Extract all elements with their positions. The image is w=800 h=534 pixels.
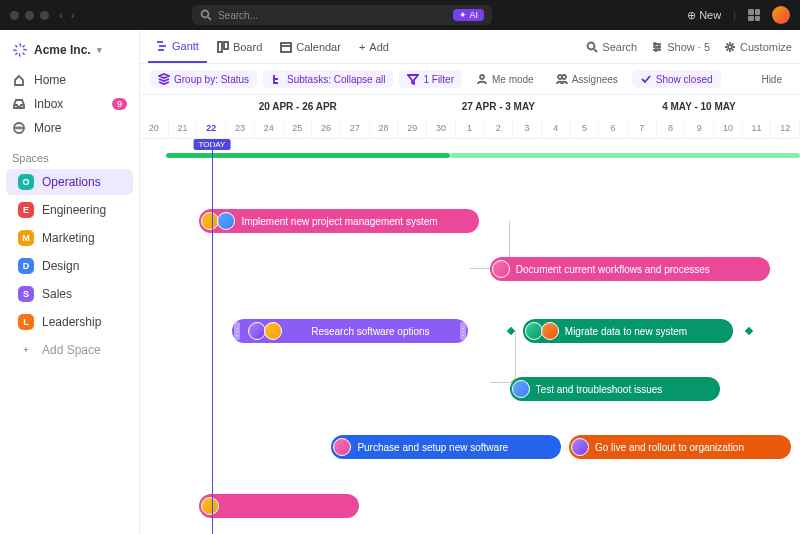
day-cell[interactable]: 12 <box>771 117 800 138</box>
history-nav[interactable]: ‹ › <box>59 9 74 21</box>
day-cell[interactable]: 7 <box>628 117 657 138</box>
space-engineering[interactable]: E Engineering <box>6 197 133 223</box>
tab-calendar[interactable]: Calendar <box>272 30 349 63</box>
window-controls[interactable] <box>10 11 49 20</box>
space-design[interactable]: D Design <box>6 253 133 279</box>
assignees-chip[interactable]: Assignees <box>548 70 626 88</box>
stack-icon <box>158 73 170 85</box>
home-icon <box>12 74 26 86</box>
main-content: Gantt Board Calendar + Add Search <box>140 30 800 534</box>
svg-point-13 <box>588 42 595 49</box>
gantt-body[interactable]: TODAY Implement new project management s… <box>140 139 800 534</box>
day-cell[interactable]: 4 <box>542 117 571 138</box>
resize-handle-left[interactable] <box>234 322 240 340</box>
dependency-connector <box>490 331 516 383</box>
show-closed-chip[interactable]: Show closed <box>632 70 721 88</box>
space-marketing[interactable]: M Marketing <box>6 225 133 251</box>
day-cell[interactable]: 26 <box>312 117 341 138</box>
calendar-icon <box>280 41 292 53</box>
day-cell[interactable]: 21 <box>169 117 198 138</box>
svg-point-5 <box>21 128 22 129</box>
day-cell[interactable]: 27 <box>341 117 370 138</box>
task-bar[interactable]: Purchase and setup new software <box>331 435 561 459</box>
search-view-button[interactable]: Search <box>586 41 637 53</box>
day-cell[interactable]: 3 <box>513 117 542 138</box>
day-cell[interactable]: 6 <box>599 117 628 138</box>
person-icon <box>476 73 488 85</box>
nav-home[interactable]: Home <box>0 68 139 92</box>
assignee-avatar <box>201 497 219 515</box>
me-mode-chip[interactable]: Me mode <box>468 70 542 88</box>
group-by-chip[interactable]: Group by: Status <box>150 70 257 88</box>
new-button[interactable]: ⊕ New <box>687 9 721 22</box>
space-operations[interactable]: O Operations <box>6 169 133 195</box>
tab-board[interactable]: Board <box>209 30 270 63</box>
spaces-heading: Spaces <box>0 140 139 168</box>
day-cell[interactable]: 9 <box>685 117 714 138</box>
svg-rect-10 <box>224 42 228 49</box>
customize-button[interactable]: Customize <box>724 41 792 53</box>
task-label: Document current workflows and processes <box>516 264 710 275</box>
forward-icon[interactable]: › <box>71 9 75 21</box>
space-leadership[interactable]: L Leadership <box>6 309 133 335</box>
day-cell[interactable]: 24 <box>255 117 284 138</box>
add-space-button[interactable]: + Add Space <box>6 337 133 363</box>
day-cell[interactable]: 20 <box>140 117 169 138</box>
tab-gantt[interactable]: Gantt <box>148 30 207 63</box>
assignee-avatar <box>571 438 589 456</box>
day-cell[interactable]: 1 <box>456 117 485 138</box>
user-avatar[interactable] <box>772 6 790 24</box>
day-cell[interactable]: 30 <box>427 117 456 138</box>
hide-button[interactable]: Hide <box>753 71 790 88</box>
day-cell[interactable]: 8 <box>657 117 686 138</box>
day-cell[interactable]: 5 <box>571 117 600 138</box>
apps-icon[interactable] <box>748 9 760 21</box>
summary-bar[interactable] <box>450 153 800 158</box>
day-cell[interactable]: 10 <box>714 117 743 138</box>
task-bar[interactable]: Implement new project management system <box>199 209 479 233</box>
task-bar[interactable] <box>199 494 359 518</box>
day-cell[interactable]: 25 <box>284 117 313 138</box>
day-cell[interactable]: 28 <box>370 117 399 138</box>
day-cell[interactable]: 22 <box>197 117 226 138</box>
people-icon <box>556 73 568 85</box>
svg-point-18 <box>654 43 656 45</box>
search-icon <box>200 9 212 21</box>
global-search[interactable]: Search... ✦ AI <box>192 5 492 25</box>
day-cell[interactable]: 11 <box>743 117 772 138</box>
task-bar[interactable]: Migrate data to new system <box>523 319 733 343</box>
ai-badge[interactable]: ✦ AI <box>453 9 484 21</box>
subtasks-chip[interactable]: Subtasks: Collapse all <box>263 70 393 88</box>
nav-inbox[interactable]: Inbox 9 <box>0 92 139 116</box>
show-button[interactable]: Show · 5 <box>651 41 710 53</box>
milestone[interactable] <box>742 324 756 338</box>
task-bar[interactable]: Test and troubleshoot issues <box>510 377 720 401</box>
nav-more[interactable]: More <box>0 116 139 140</box>
day-cell[interactable]: 2 <box>484 117 513 138</box>
assignee-avatar <box>333 438 351 456</box>
plus-icon: + <box>18 342 34 358</box>
summary-bar[interactable] <box>166 153 450 158</box>
task-bar[interactable]: Research software options <box>232 319 468 343</box>
task-label: Test and troubleshoot issues <box>536 384 663 395</box>
task-label: Migrate data to new system <box>565 326 687 337</box>
assignee-avatar <box>264 322 282 340</box>
svg-point-3 <box>16 128 17 129</box>
svg-point-19 <box>658 46 660 48</box>
sliders-icon <box>651 41 663 53</box>
day-cell[interactable]: 29 <box>398 117 427 138</box>
gantt-icon <box>156 40 168 52</box>
add-view-button[interactable]: + Add <box>351 30 397 63</box>
day-cell[interactable]: 23 <box>226 117 255 138</box>
back-icon[interactable]: ‹ <box>59 9 63 21</box>
svg-point-21 <box>728 45 732 49</box>
workspace-switcher[interactable]: Acme Inc. ▾ <box>0 38 139 68</box>
resize-handle-right[interactable] <box>460 322 466 340</box>
task-bar[interactable]: Go live and rollout to organization <box>569 435 791 459</box>
filter-chip[interactable]: 1 Filter <box>399 70 462 88</box>
space-sales[interactable]: S Sales <box>6 281 133 307</box>
week-range: 27 APR - 3 MAY <box>398 95 599 117</box>
task-bar[interactable]: Document current workflows and processes <box>490 257 770 281</box>
task-label: Research software options <box>288 326 452 337</box>
svg-line-1 <box>208 17 211 20</box>
